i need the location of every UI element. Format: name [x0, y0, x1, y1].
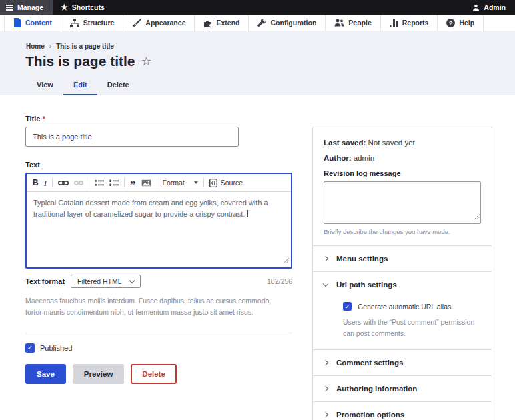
quote-icon: ”: [130, 179, 136, 191]
wrench-icon: [258, 19, 266, 27]
unlink-button[interactable]: [74, 180, 83, 186]
nav-item-configuration[interactable]: Configuration: [249, 15, 326, 31]
nav-item-structure[interactable]: Structure: [61, 15, 124, 31]
check-icon: ✓: [345, 303, 350, 310]
resize-handle-icon: [284, 257, 290, 263]
form-divider: [25, 333, 292, 333]
breadcrumb-home-link[interactable]: Home: [26, 43, 45, 50]
nav-item-label: Appearance: [145, 19, 185, 27]
title-label-text: Title: [25, 115, 40, 123]
manage-menu-button[interactable]: Manage: [0, 0, 53, 15]
published-label[interactable]: Published: [40, 344, 72, 352]
editor-text: Typical Catalan dessert made from cream …: [33, 199, 268, 218]
author-line: Author: admin: [324, 154, 481, 162]
nav-item-label: Configuration: [270, 19, 316, 27]
help-icon: ?: [446, 19, 455, 27]
rich-text-editor: B I ” Format: [25, 173, 292, 269]
author-value: admin: [352, 154, 375, 162]
meta-sidebar: Last saved: Not saved yet Author: admin …: [312, 127, 492, 420]
bulleted-list-icon: [95, 179, 104, 187]
chevron-right-icon: [323, 359, 328, 365]
chevron-right-icon: [323, 385, 328, 391]
nav-item-content[interactable]: Content: [4, 15, 61, 31]
text-format-select[interactable]: Filtered HTML: [71, 275, 141, 288]
blockquote-button[interactable]: ”: [130, 179, 136, 191]
people-icon: [334, 19, 344, 27]
bulleted-list-button[interactable]: [95, 179, 104, 187]
edit-form: Title* Text B I ”: [25, 95, 292, 384]
numbered-list-button[interactable]: [109, 179, 119, 187]
editor-content[interactable]: Typical Catalan dessert made from cream …: [27, 192, 291, 267]
revision-resize-handle[interactable]: [474, 211, 480, 223]
accordion-url-path-settings: Url path settings ✓ Generate automatic U…: [313, 271, 492, 349]
form-actions: Save Preview Delete: [25, 364, 292, 384]
toolbar-separator: [124, 178, 125, 187]
toolbar-separator: [89, 178, 89, 187]
accordion-label: Authoring information: [336, 385, 417, 393]
breadcrumb-current: This is a page title: [56, 43, 114, 50]
nav-item-help[interactable]: ? Help: [438, 15, 484, 31]
unlink-icon: [74, 180, 83, 186]
tab-edit[interactable]: Edit: [63, 75, 97, 95]
caret-down-icon: [194, 181, 198, 184]
text-field-label: Text: [25, 161, 292, 169]
nav-item-people[interactable]: People: [326, 15, 380, 31]
text-format-value: Filtered HTML: [77, 277, 122, 285]
accordion-url-path-header[interactable]: Url path settings: [313, 271, 492, 297]
revision-log-label: Revision log message: [324, 169, 481, 177]
star-icon: ★: [61, 3, 68, 11]
accordion-promotion-options[interactable]: Promotion options: [313, 401, 492, 420]
manage-label: Manage: [17, 3, 43, 11]
toolbar-separator: [203, 178, 204, 187]
editor-resize-handle[interactable]: [284, 254, 290, 266]
delete-button[interactable]: Delete: [131, 364, 177, 384]
chevron-right-icon: [323, 411, 328, 417]
admin-nav: Content Structure Appearance Extend Conf…: [0, 15, 515, 31]
link-button[interactable]: [58, 180, 69, 186]
breadcrumb: Home › This is a page title: [26, 43, 114, 50]
toolbar-separator: [52, 178, 53, 187]
image-button[interactable]: [141, 179, 151, 187]
accordion-comment-settings[interactable]: Comment settings: [313, 349, 492, 375]
url-alias-checkbox[interactable]: ✓: [343, 302, 352, 311]
accordion-label: Comment settings: [336, 359, 403, 367]
user-menu-button[interactable]: Admin: [464, 0, 515, 15]
tab-view[interactable]: View: [27, 75, 63, 95]
save-button[interactable]: Save: [25, 364, 66, 384]
bold-button[interactable]: B: [33, 179, 39, 187]
nav-item-reports[interactable]: Reports: [381, 15, 438, 31]
brush-icon: [132, 19, 141, 27]
italic-button[interactable]: I: [44, 179, 47, 187]
title-input[interactable]: [25, 127, 239, 147]
source-button[interactable]: Source: [209, 179, 243, 187]
format-dropdown-label: Format: [163, 179, 185, 187]
user-label: Admin: [484, 3, 506, 11]
last-saved-label: Last saved:: [324, 139, 366, 147]
shortcuts-button[interactable]: ★ Shortcuts: [53, 0, 113, 15]
nav-item-label: Reports: [402, 19, 429, 27]
node-meta-section: Last saved: Not saved yet Author: admin …: [313, 127, 492, 245]
revision-log-help: Briefly describe the changes you have ma…: [324, 228, 481, 235]
accordion-authoring-information[interactable]: Authoring information: [313, 375, 492, 401]
accordion-menu-settings[interactable]: Menu settings: [313, 245, 492, 271]
tab-delete[interactable]: Delete: [97, 75, 139, 95]
last-saved-line: Last saved: Not saved yet: [324, 139, 481, 147]
chevron-down-icon: [323, 281, 328, 286]
bookmark-star-icon[interactable]: ☆: [141, 54, 152, 69]
editor-toolbar: B I ” Format: [27, 174, 291, 192]
text-format-row: Text format Filtered HTML 102/256: [25, 275, 292, 288]
nav-item-extend[interactable]: Extend: [195, 15, 249, 31]
url-alias-label[interactable]: Generate automatic URL alias: [358, 303, 451, 311]
nav-item-label: Structure: [83, 19, 115, 27]
revision-log-textarea[interactable]: [324, 181, 481, 224]
nav-item-appearance[interactable]: Appearance: [123, 15, 195, 31]
published-row: ✓ Published: [25, 343, 292, 353]
url-alias-help: Users with the “Post comment” permission…: [343, 317, 481, 339]
format-dropdown[interactable]: Format: [163, 179, 198, 187]
page-title-text: This is page title: [25, 53, 135, 69]
page-header: Home › This is a page title This is page…: [0, 31, 515, 95]
preview-button[interactable]: Preview: [73, 364, 124, 384]
sitemap-icon: [70, 19, 79, 27]
url-alias-row: ✓ Generate automatic URL alias: [343, 302, 481, 311]
published-checkbox[interactable]: ✓: [25, 343, 35, 353]
